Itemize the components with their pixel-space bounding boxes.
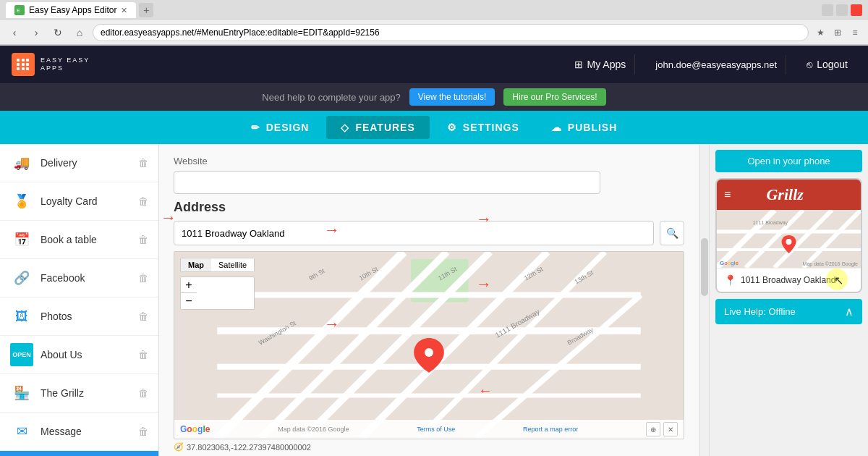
home-button[interactable]: ⌂ bbox=[71, 24, 88, 41]
delete-delivery-icon[interactable]: 🗑 bbox=[138, 157, 148, 169]
sidebar-item-grillz[interactable]: 🏪 The Grillz 🗑 bbox=[0, 374, 158, 413]
refresh-button[interactable]: ↻ bbox=[49, 24, 67, 41]
map-type-satellite[interactable]: Satellite bbox=[211, 258, 254, 271]
coordinates-text: 37.8023063,-122.27397480000002 bbox=[187, 443, 311, 452]
google-logo: Google bbox=[180, 424, 210, 434]
about-icon: OPEN bbox=[10, 343, 33, 366]
tab-design[interactable]: ✏ DESIGN bbox=[237, 116, 324, 139]
map-type-toggle: Map Satellite bbox=[180, 258, 255, 272]
svg-text:1111 Broadway: 1111 Broadway bbox=[753, 220, 788, 226]
apps-grid-icon: ⊞ bbox=[574, 59, 583, 70]
window-maximize[interactable] bbox=[836, 4, 848, 16]
sidebar-item-delivery[interactable]: 🚚 Delivery 🗑 bbox=[0, 144, 158, 182]
sidebar-item-message[interactable]: ✉ Message 🗑 bbox=[0, 413, 158, 451]
map-controls: Map Satellite + − bbox=[180, 258, 255, 310]
tab-favicon: E bbox=[14, 5, 25, 15]
sidebar-item-facebook[interactable]: 🔗 Facebook 🗑 bbox=[0, 259, 158, 297]
bookmark-icon[interactable]: ★ bbox=[813, 25, 827, 40]
delivery-icon: 🚚 bbox=[10, 151, 33, 174]
delete-facebook-icon[interactable]: 🗑 bbox=[138, 272, 148, 284]
tab-settings[interactable]: ⚙ SETTINGS bbox=[433, 116, 534, 139]
pro-services-button[interactable]: Hire our Pro Services! bbox=[503, 88, 605, 106]
tab-publish[interactable]: ☁ PUBLISH bbox=[537, 116, 631, 139]
sidebar-label-facebook: Facebook bbox=[41, 272, 131, 284]
scrollbar[interactable] bbox=[699, 144, 709, 456]
zoom-in-button[interactable]: + bbox=[181, 277, 197, 293]
back-button[interactable]: ‹ bbox=[6, 24, 23, 41]
open-in-phone-button[interactable]: Open in your phone bbox=[715, 150, 862, 172]
browser-nav: ‹ › ↻ ⌂ ★ ⊞ ≡ bbox=[0, 20, 868, 45]
window-minimize[interactable] bbox=[822, 4, 833, 16]
logo-icon bbox=[12, 53, 35, 76]
website-label: Website bbox=[174, 156, 684, 166]
address-bar[interactable] bbox=[93, 24, 809, 41]
map-copyright: Map data ©2016 Google bbox=[278, 426, 349, 433]
address-title: Address bbox=[174, 200, 684, 215]
logout-button[interactable]: ⎋ Logout bbox=[798, 54, 856, 75]
tutorials-button[interactable]: View the tutorials! bbox=[409, 88, 495, 106]
sidebar-item-loyalty[interactable]: 🏅 Loyalty Card 🗑 bbox=[0, 182, 158, 221]
delete-loyalty-icon[interactable]: 🗑 bbox=[138, 195, 148, 207]
sidebar-label-about: About Us bbox=[41, 349, 131, 360]
scrollbar-thumb[interactable] bbox=[701, 238, 708, 296]
phone-menu-icon[interactable]: ≡ bbox=[724, 188, 731, 201]
my-apps-button[interactable]: ⊞ My Apps bbox=[566, 54, 636, 75]
sidebar-label-grillz: The Grillz bbox=[41, 387, 131, 399]
zoom-out-button[interactable]: − bbox=[181, 293, 197, 309]
phone-map-preview: 1111 Broadway Google Map data ©2016 Goog… bbox=[717, 210, 861, 268]
tab-close-icon[interactable]: ✕ bbox=[121, 6, 127, 15]
loyalty-icon: 🏅 bbox=[10, 190, 33, 213]
publish-icon: ☁ bbox=[551, 122, 562, 133]
map-type-map[interactable]: Map bbox=[181, 258, 211, 271]
help-text: Need help to complete your app? bbox=[262, 92, 401, 103]
delete-book-icon[interactable]: 🗑 bbox=[138, 234, 148, 245]
delete-message-icon[interactable]: 🗑 bbox=[138, 426, 148, 437]
live-help-text: Live Help: Offline bbox=[724, 306, 796, 317]
map-close-icon[interactable]: ✕ bbox=[663, 422, 678, 436]
browser-menu-icon[interactable]: ≡ bbox=[848, 25, 862, 40]
map-container: 13th St 12th St 11th St 10th St 9th St B… bbox=[174, 251, 684, 439]
map-location-icon[interactable]: ⊕ bbox=[646, 422, 660, 436]
live-help-chevron-icon: ∧ bbox=[845, 305, 854, 318]
features-icon: ◇ bbox=[341, 122, 349, 133]
app-header: EASY EASY APPS ⊞ My Apps john.doe@easyea… bbox=[0, 46, 868, 83]
phone-address-text: 1011 Broadway Oakland bbox=[741, 275, 835, 285]
delete-photos-icon[interactable]: 🗑 bbox=[138, 311, 148, 322]
website-row: Website bbox=[174, 156, 684, 194]
sidebar-label-loyalty: Loyalty Card bbox=[41, 195, 131, 207]
live-help-bar[interactable]: Live Help: Offline ∧ bbox=[715, 299, 862, 324]
app-logo: EASY EASY APPS bbox=[12, 53, 90, 76]
sidebar-item-about[interactable]: OPEN About Us 🗑 bbox=[0, 336, 158, 374]
browser-tab[interactable]: E Easy Easy Apps Editor ✕ bbox=[6, 2, 136, 18]
svg-text:E: E bbox=[17, 8, 20, 13]
phone-map-copyright: Map data ©2016 Google bbox=[803, 261, 858, 266]
search-icon: 🔍 bbox=[666, 227, 678, 239]
photos-icon: 🖼 bbox=[10, 305, 33, 328]
phone-header: ≡ Grillz bbox=[717, 180, 861, 210]
phone-address-row: 📍 1011 Broadway Oakland ↖ bbox=[717, 268, 861, 292]
compass-icon: 🧭 bbox=[174, 442, 184, 452]
delete-about-icon[interactable]: 🗑 bbox=[138, 349, 148, 360]
address-search-button[interactable]: 🔍 bbox=[660, 221, 684, 245]
terms-link[interactable]: Terms of Use bbox=[417, 426, 455, 433]
window-close[interactable] bbox=[851, 4, 862, 16]
sidebar-item-book[interactable]: 📅 Book a table 🗑 bbox=[0, 221, 158, 259]
report-link[interactable]: Report a map error bbox=[523, 426, 578, 433]
new-tab-button[interactable]: + bbox=[139, 3, 153, 17]
website-input[interactable] bbox=[174, 171, 600, 194]
address-section: Address → 🔍 bbox=[174, 200, 684, 452]
delete-grillz-icon[interactable]: 🗑 bbox=[138, 387, 148, 399]
extension-icon[interactable]: ⊞ bbox=[830, 25, 845, 40]
phone-map-svg: 1111 Broadway bbox=[717, 210, 861, 268]
phone-pin-icon: 📍 bbox=[724, 274, 736, 286]
browser-chrome: E Easy Easy Apps Editor ✕ + ‹ › ↻ ⌂ ★ ⊞ … bbox=[0, 0, 868, 46]
address-input[interactable] bbox=[174, 221, 654, 245]
arrow-to-map-1: ← bbox=[478, 382, 493, 399]
phone-restaurant-name: Grillz bbox=[766, 185, 803, 204]
sidebar-item-contacts[interactable]: 🏠 Contacts 🗑 bbox=[0, 451, 158, 456]
phone-google-logo: Google bbox=[720, 260, 739, 266]
user-email: john.doe@easyeasyapps.net bbox=[647, 55, 786, 75]
sidebar-item-photos[interactable]: 🖼 Photos 🗑 bbox=[0, 297, 158, 336]
tab-features[interactable]: ◇ FEATURES bbox=[326, 116, 429, 139]
forward-button[interactable]: › bbox=[27, 24, 45, 41]
